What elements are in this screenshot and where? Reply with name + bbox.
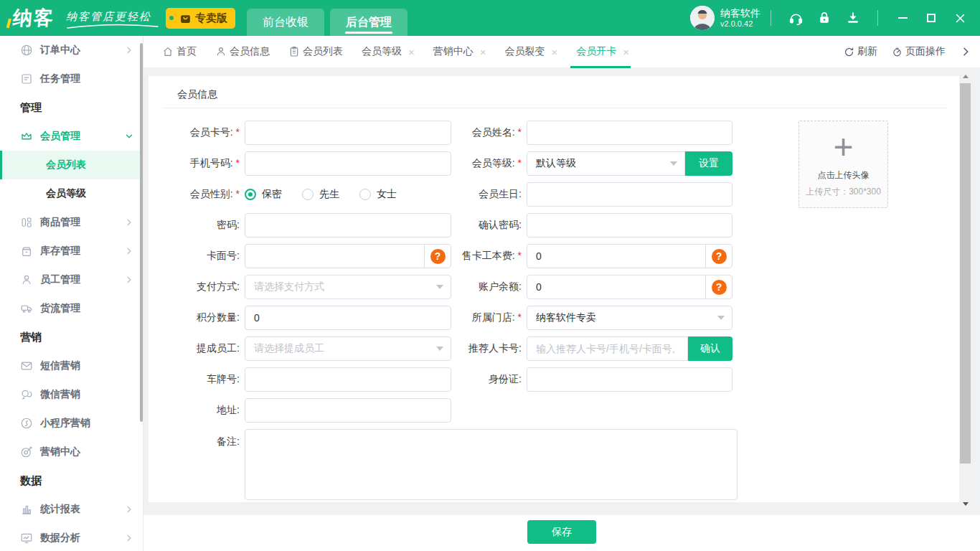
- tab-home[interactable]: 首页: [162, 36, 197, 68]
- tab-close-icon[interactable]: ×: [552, 47, 558, 57]
- confirm-password-input[interactable]: [527, 213, 732, 237]
- tab-close-icon[interactable]: ×: [408, 47, 415, 57]
- remark-textarea[interactable]: [245, 429, 738, 500]
- refresh-icon: [844, 47, 854, 57]
- download-icon[interactable]: [839, 0, 867, 36]
- member-level-select[interactable]: 默认等级: [527, 151, 685, 176]
- card-face-input[interactable]: [245, 245, 424, 267]
- nav-front-cashier[interactable]: 前台收银: [247, 9, 324, 36]
- card-no-input[interactable]: [245, 121, 451, 145]
- tab-member-fission[interactable]: 会员裂变 ×: [505, 36, 558, 68]
- close-button[interactable]: [946, 0, 974, 36]
- payment-placeholder: 请选择支付方式: [254, 281, 324, 293]
- chevron-down-icon: [436, 347, 443, 351]
- card-fee-input[interactable]: [527, 245, 705, 267]
- phone-input[interactable]: [245, 151, 451, 176]
- phone-label: 手机号码:*: [149, 157, 245, 170]
- sidebar-item-marketing-center[interactable]: 营销中心: [0, 438, 143, 466]
- content-scrollbar[interactable]: [959, 70, 971, 510]
- birthday-label: 会员生日:: [451, 188, 527, 201]
- address-input[interactable]: [245, 398, 451, 423]
- level-settings-button[interactable]: 设置: [685, 151, 732, 176]
- tasks-icon: [20, 72, 33, 85]
- points-input[interactable]: [245, 306, 451, 330]
- help-icon[interactable]: ?: [712, 249, 727, 264]
- minimize-button[interactable]: [888, 0, 917, 36]
- nav-back-admin[interactable]: 后台管理: [330, 9, 407, 36]
- scroll-up-arrow[interactable]: [959, 70, 971, 83]
- scroll-down-arrow[interactable]: [959, 498, 971, 510]
- sidebar-item-order-center[interactable]: 订单中心: [0, 36, 143, 65]
- avatar[interactable]: [690, 6, 715, 30]
- lock-icon[interactable]: [810, 0, 839, 36]
- member-level-value: 默认等级: [536, 157, 576, 170]
- store-label: 所属门店:*: [451, 311, 527, 324]
- help-icon[interactable]: ?: [430, 249, 446, 264]
- tab-label: 会员信息: [230, 45, 270, 58]
- card-face-group: ?: [245, 244, 451, 268]
- shopping-bag-icon: [179, 12, 192, 24]
- help-icon[interactable]: ?: [712, 280, 727, 295]
- balance-input[interactable]: [527, 276, 705, 298]
- commission-staff-placeholder: 请选择提成员工: [254, 342, 324, 355]
- sidebar-subitem-member-list[interactable]: 会员列表: [0, 151, 143, 179]
- payment-select[interactable]: 请选择支付方式: [245, 275, 451, 299]
- password-input[interactable]: [245, 213, 451, 237]
- chevron-right-icon: [124, 45, 134, 55]
- tab-close-icon[interactable]: ×: [623, 47, 629, 57]
- sidebar-item-goods-manage[interactable]: 商品管理: [0, 208, 143, 237]
- customer-service-icon[interactable]: [781, 0, 810, 36]
- plate-input[interactable]: [245, 367, 451, 392]
- gender-radio-male[interactable]: 先生: [302, 188, 339, 201]
- tab-member-open-card[interactable]: 会员开卡 ×: [576, 36, 629, 68]
- sidebar-item-task-manage[interactable]: 任务管理: [0, 65, 143, 93]
- sidebar-subitem-member-level[interactable]: 会员等级: [0, 179, 143, 208]
- sidebar-item-label: 员工管理: [40, 273, 80, 286]
- sidebar-item-inventory-manage[interactable]: 库存管理: [0, 237, 143, 265]
- id-card-input[interactable]: [527, 367, 732, 392]
- sidebar-scrollbar[interactable]: [140, 43, 143, 422]
- form-row: 地址:: [149, 398, 959, 423]
- tab-member-info[interactable]: 会员信息: [215, 36, 270, 68]
- sidebar-item-miniprogram-marketing[interactable]: 小程序营销: [0, 409, 143, 438]
- maximize-button[interactable]: [917, 0, 946, 36]
- member-name-input[interactable]: [527, 121, 732, 145]
- referrer-confirm-button[interactable]: 确认: [688, 336, 732, 361]
- sidebar-item-wechat-marketing[interactable]: 微信营销: [0, 380, 143, 409]
- upload-hint: 点击上传头像: [818, 169, 870, 182]
- gender-radio-secret[interactable]: 保密: [245, 188, 282, 201]
- tab-member-list[interactable]: 会员列表: [288, 36, 343, 68]
- avatar-upload-box[interactable]: + 点击上传头像 上传尺寸：300*300: [798, 121, 888, 208]
- required-star: *: [518, 311, 522, 323]
- sidebar-item-member-manage[interactable]: 会员管理: [0, 122, 143, 151]
- page-operations-button[interactable]: 页面操作: [892, 45, 946, 58]
- sidebar-item-logistics-manage[interactable]: 货流管理: [0, 294, 143, 323]
- tab-close-icon[interactable]: ×: [480, 47, 486, 57]
- sidebar-item-sms-marketing[interactable]: 短信营销: [0, 352, 143, 380]
- birthday-input[interactable]: [527, 182, 732, 207]
- sidebar-item-data-analysis[interactable]: 数据分析: [0, 524, 143, 551]
- tab-label: 会员等级: [362, 45, 402, 58]
- tab-marketing-center[interactable]: 营销中心 ×: [433, 36, 486, 68]
- tab-overflow-chevron[interactable]: [960, 46, 971, 57]
- form-row: 支付方式: 请选择支付方式 账户余额: ?: [149, 275, 959, 299]
- avatar-person-icon: [690, 6, 715, 30]
- save-button[interactable]: 保存: [527, 520, 596, 544]
- commission-staff-select[interactable]: 请选择提成员工: [245, 336, 451, 361]
- gender-radio-female[interactable]: 女士: [359, 188, 397, 201]
- commission-staff-label: 提成员工:: [149, 342, 245, 355]
- nav-back-admin-label: 后台管理: [346, 15, 392, 30]
- upload-size-hint: 上传尺寸：300*300: [806, 186, 881, 198]
- required-star: *: [236, 126, 240, 138]
- store-select[interactable]: 纳客软件专卖: [527, 306, 732, 330]
- radio-label: 先生: [319, 188, 339, 201]
- card-fee-label: 售卡工本费:*: [451, 250, 527, 263]
- form-row: 卡面号: ? 售卡工本费:* ?: [149, 244, 959, 268]
- sidebar-item-staff-manage[interactable]: 员工管理: [0, 265, 143, 294]
- referrer-input[interactable]: [527, 336, 688, 361]
- sidebar-item-stats-report[interactable]: 统计报表: [0, 495, 143, 524]
- tab-member-level[interactable]: 会员等级 ×: [362, 36, 415, 68]
- refresh-button[interactable]: 刷新: [844, 45, 877, 58]
- sidebar-subitem-label: 会员列表: [46, 159, 86, 171]
- scrollbar-thumb[interactable]: [960, 83, 971, 463]
